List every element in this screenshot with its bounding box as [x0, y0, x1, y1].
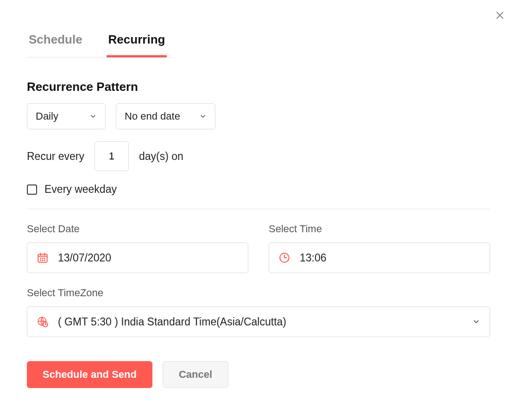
time-label: Select Time	[269, 223, 490, 235]
frequency-select[interactable]: Daily	[27, 103, 106, 129]
chevron-down-icon	[472, 318, 480, 326]
tab-schedule[interactable]: Schedule	[27, 28, 84, 57]
globe-clock-icon	[37, 316, 49, 328]
frequency-value: Daily	[36, 110, 58, 122]
section-title-recurrence: Recurrence Pattern	[27, 80, 490, 94]
dialog-actions: Schedule and Send Cancel	[27, 361, 490, 388]
every-weekday-label: Every weekday	[44, 183, 117, 196]
date-value: 13/07/2020	[58, 252, 239, 264]
close-icon	[495, 10, 505, 20]
timezone-field: Select TimeZone ( GMT 5:30 ) India Stand…	[27, 287, 490, 337]
schedule-dialog: Schedule Recurring Recurrence Pattern Da…	[0, 0, 517, 420]
checkbox-icon	[27, 185, 37, 195]
recur-prefix-label: Recur every	[27, 150, 84, 163]
cancel-button[interactable]: Cancel	[163, 361, 228, 388]
date-label: Select Date	[27, 223, 248, 235]
clock-icon	[278, 252, 290, 264]
tab-bar: Schedule Recurring	[27, 28, 175, 57]
chevron-down-icon	[89, 113, 97, 120]
divider	[27, 209, 490, 209]
time-input[interactable]: 13:06	[269, 242, 490, 273]
frequency-row: Daily No end date	[27, 103, 490, 129]
timezone-select[interactable]: ( GMT 5:30 ) India Standard Time(Asia/Ca…	[27, 306, 490, 337]
svg-point-11	[44, 260, 45, 261]
date-input[interactable]: 13/07/2020	[27, 242, 248, 273]
svg-point-9	[40, 260, 41, 261]
close-button[interactable]	[493, 8, 507, 22]
chevron-down-icon	[199, 113, 207, 120]
tab-recurring[interactable]: Recurring	[107, 28, 167, 57]
every-weekday-toggle[interactable]: Every weekday	[27, 183, 490, 196]
svg-point-7	[42, 258, 43, 258]
date-field: Select Date 13/	[27, 223, 248, 273]
recur-row: Recur every day(s) on	[27, 141, 490, 171]
time-value: 13:06	[300, 252, 480, 264]
timezone-label: Select TimeZone	[27, 287, 490, 299]
time-field: Select Time 13:06	[269, 223, 490, 273]
recur-interval-input[interactable]	[95, 141, 129, 171]
enddate-select[interactable]: No end date	[116, 103, 215, 129]
enddate-value: No end date	[125, 110, 180, 122]
schedule-and-send-button[interactable]: Schedule and Send	[27, 361, 152, 388]
svg-point-10	[42, 260, 43, 261]
timezone-value: ( GMT 5:30 ) India Standard Time(Asia/Ca…	[58, 316, 463, 328]
svg-point-6	[40, 258, 41, 258]
calendar-icon	[37, 252, 49, 264]
recur-suffix-label: day(s) on	[139, 150, 183, 163]
svg-point-8	[44, 258, 45, 258]
